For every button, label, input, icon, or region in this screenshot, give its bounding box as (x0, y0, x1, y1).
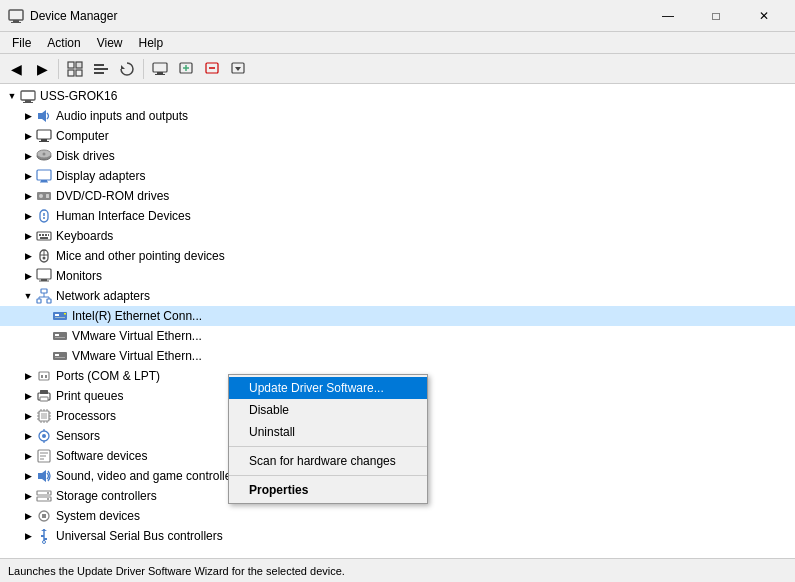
root-toggle[interactable]: ▼ (4, 88, 20, 104)
svg-rect-44 (48, 234, 49, 236)
uninstall-button[interactable] (200, 57, 224, 81)
expand-toggle[interactable]: ▶ (20, 408, 36, 424)
svg-rect-3 (68, 62, 74, 68)
svg-point-36 (39, 194, 43, 198)
svg-rect-26 (41, 139, 47, 141)
expand-toggle[interactable]: ▶ (20, 108, 36, 124)
svg-rect-45 (40, 237, 48, 239)
refresh-button[interactable] (115, 57, 139, 81)
ctx-update-driver[interactable]: Update Driver Software... (229, 377, 427, 399)
list-item[interactable]: ▶ Disk drives (0, 146, 795, 166)
expand-toggle[interactable]: ▶ (20, 248, 36, 264)
svg-rect-53 (41, 289, 47, 293)
ctx-uninstall-label: Uninstall (249, 425, 295, 439)
expand-toggle[interactable]: ▶ (20, 168, 36, 184)
svg-rect-77 (41, 413, 47, 419)
menu-action[interactable]: Action (39, 34, 88, 52)
svg-point-108 (43, 541, 46, 544)
expand-toggle[interactable]: ▶ (20, 368, 36, 384)
expand-toggle[interactable]: ▶ (20, 268, 36, 284)
svg-rect-13 (155, 74, 165, 75)
list-item[interactable]: ▶ Human Interface Devices (0, 206, 795, 226)
ctx-uninstall[interactable]: Uninstall (229, 421, 427, 443)
expand-toggle[interactable]: ▶ (20, 228, 36, 244)
ctx-scan[interactable]: Scan for hardware changes (229, 450, 427, 472)
expand-toggle[interactable]: ▶ (20, 388, 36, 404)
expand-toggle[interactable]: ▶ (20, 128, 36, 144)
expand-toggle[interactable]: ▶ (20, 528, 36, 544)
svg-rect-43 (45, 234, 47, 236)
toolbar: ◀ ▶ (0, 54, 795, 84)
forward-button[interactable]: ▶ (30, 57, 54, 81)
maximize-button[interactable]: □ (693, 0, 739, 32)
svg-rect-22 (25, 100, 31, 102)
list-item[interactable]: ▶ System devices (0, 506, 795, 526)
svg-rect-63 (64, 313, 66, 315)
svg-rect-41 (39, 234, 41, 236)
properties-button[interactable] (89, 57, 113, 81)
svg-point-101 (47, 492, 49, 494)
list-item[interactable]: ▶ Universal Serial Bus controllers (0, 526, 795, 546)
item-label: DVD/CD-ROM drives (56, 189, 169, 203)
list-item[interactable]: ▶ Display adapters (0, 166, 795, 186)
expand-toggle[interactable]: ▶ (20, 148, 36, 164)
item-label: Universal Serial Bus controllers (56, 529, 223, 543)
expand-toggle[interactable]: ▶ (20, 208, 36, 224)
svg-rect-25 (37, 130, 51, 139)
expand-toggle[interactable]: ▶ (20, 508, 36, 524)
expand-toggle[interactable]: ▶ (20, 428, 36, 444)
expand-toggle[interactable]: ▶ (20, 488, 36, 504)
expand-toggle[interactable]: ▶ (20, 468, 36, 484)
update-driver-button[interactable] (226, 57, 250, 81)
monitor-icon (36, 268, 52, 284)
list-item[interactable]: ▶ DVD/CD-ROM drives (0, 186, 795, 206)
ctx-disable[interactable]: Disable (229, 399, 427, 421)
svg-rect-21 (21, 91, 35, 100)
list-item[interactable]: ▶ Mice and other pointing devices (0, 246, 795, 266)
svg-rect-50 (37, 269, 51, 279)
item-label: System devices (56, 509, 140, 523)
menu-file[interactable]: File (4, 34, 39, 52)
computer-button[interactable] (148, 57, 172, 81)
add-button[interactable] (174, 57, 198, 81)
tree-root[interactable]: ▼ USS-GROK16 (0, 86, 795, 106)
close-button[interactable]: ✕ (741, 0, 787, 32)
ctx-properties[interactable]: Properties (229, 479, 427, 501)
app-icon (8, 8, 24, 24)
item-label: Sensors (56, 429, 100, 443)
show-view-button[interactable] (63, 57, 87, 81)
expand-toggle[interactable]: ▶ (20, 188, 36, 204)
svg-rect-106 (41, 535, 44, 537)
item-label: VMware Virtual Ethern... (72, 329, 202, 343)
keyboard-icon (36, 228, 52, 244)
processor-icon (36, 408, 52, 424)
list-item[interactable]: ▶ Monitors (0, 266, 795, 286)
item-label: Monitors (56, 269, 102, 283)
minimize-button[interactable]: — (645, 0, 691, 32)
list-item[interactable]: ▶ Computer (0, 126, 795, 146)
menu-view[interactable]: View (89, 34, 131, 52)
item-label: Software devices (56, 449, 147, 463)
back-button[interactable]: ◀ (4, 57, 28, 81)
svg-point-49 (43, 257, 46, 260)
context-menu: Update Driver Software... Disable Uninst… (228, 374, 428, 504)
item-label: Sound, video and game controllers (56, 469, 241, 483)
svg-marker-105 (41, 529, 47, 531)
expand-toggle[interactable]: ▼ (20, 288, 36, 304)
list-item[interactable]: ▶ VMware Virtual Ethern... (0, 346, 795, 366)
print-icon (36, 388, 52, 404)
list-item[interactable]: ▼ Network adapters (0, 286, 795, 306)
item-label: VMware Virtual Ethern... (72, 349, 202, 363)
svg-marker-20 (235, 67, 241, 71)
menu-help[interactable]: Help (131, 34, 172, 52)
ctx-disable-label: Disable (249, 403, 289, 417)
list-item[interactable]: ▶ VMware Virtual Ethern... (0, 326, 795, 346)
adapter-icon (52, 308, 68, 324)
expand-toggle[interactable]: ▶ (20, 448, 36, 464)
sensor-icon (36, 428, 52, 444)
list-item[interactable]: ▶ Intel(R) Ethernet Conn... (0, 306, 795, 326)
svg-rect-42 (42, 234, 44, 236)
list-item[interactable]: ▶ Keyboards (0, 226, 795, 246)
ctx-properties-label: Properties (249, 483, 308, 497)
list-item[interactable]: ▶ Audio inputs and outputs (0, 106, 795, 126)
